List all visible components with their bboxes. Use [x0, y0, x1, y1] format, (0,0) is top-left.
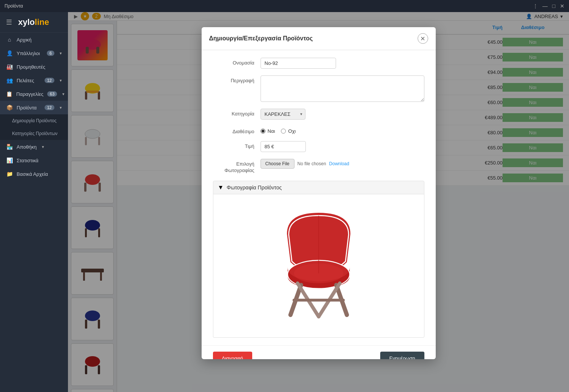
products-icon: 📦 — [6, 105, 13, 111]
logo-text: xyloline — [18, 17, 49, 27]
titlebar-left: Προϊόντα — [5, 3, 23, 9]
sidebar-label-statistics: Στατιστικά — [17, 158, 39, 163]
titlebar: Προϊόντα ⋮ — □ ✕ — [0, 0, 569, 12]
chair-image-svg — [266, 205, 372, 326]
close-icon[interactable]: ✕ — [560, 3, 564, 9]
products-badge: 12 — [45, 105, 54, 110]
sidebar: ☰ xyloline ⌂ Αρχική 👤 Υπάλληλοι 6 ▾ 🏭 Πρ… — [0, 12, 68, 392]
category-select-wrapper: ΚΑΡΕΚΛΕΣ ΤΡΑΠΕΖΙΑ ΚΑΝΑΠΕΔΕΣ ▾ — [261, 109, 305, 120]
app-title: Προϊόντα — [5, 3, 23, 9]
sidebar-label-archives: Βασικά Αρχεία — [17, 171, 48, 177]
sidebar-item-home[interactable]: ⌂ Αρχική — [0, 33, 68, 46]
radio-yes-label[interactable]: Ναι — [261, 128, 275, 134]
suppliers-icon: 🏭 — [6, 64, 13, 70]
orders-icon: 📋 — [6, 91, 12, 97]
sidebar-item-warehouse[interactable]: 🏪 Αποθήκη ▾ — [0, 140, 68, 154]
sidebar-label-customers: Πελάτες — [17, 78, 34, 83]
minimize-icon[interactable]: — — [543, 3, 548, 9]
modal-overlay: Δημιουργία/Επεξεργασία Προϊόντος ✕ Ονομα… — [68, 12, 569, 392]
photo-section: ▼ Φωτογραφία Προϊόντος — [213, 181, 424, 338]
modal-title: Δημιουργία/Επεξεργασία Προϊόντος — [209, 35, 313, 42]
customers-icon: 👥 — [6, 77, 13, 83]
choose-file-button[interactable]: Choose File — [261, 159, 295, 169]
radio-yes-text: Ναι — [268, 128, 275, 134]
radio-yes-input[interactable] — [261, 129, 265, 134]
form-row-file: Επιλογή Φωτογραφίας Choose File No file … — [213, 159, 424, 174]
customers-badge: 12 — [45, 78, 54, 83]
sidebar-label-orders: Παραγγελίες — [16, 91, 43, 97]
photo-body — [213, 194, 424, 338]
price-label: Τιμή — [213, 141, 254, 149]
description-textarea[interactable] — [261, 75, 424, 102]
sidebar-label-home: Αρχική — [17, 37, 32, 43]
maximize-icon[interactable]: □ — [552, 3, 555, 9]
available-radio-group: Ναι Οχι — [261, 126, 296, 134]
form-row-description: Περιγραφή — [213, 75, 424, 102]
customers-arrow: ▾ — [60, 78, 62, 83]
modal-header: Δημιουργία/Επεξεργασία Προϊόντος ✕ — [202, 27, 436, 50]
create-product-label: Δημιουργία Προϊόντος — [12, 118, 57, 123]
sidebar-item-employees[interactable]: 👤 Υπάλληλοι 6 ▾ — [0, 46, 68, 60]
price-input[interactable] — [261, 141, 306, 152]
warehouse-icon: 🏪 — [6, 144, 13, 150]
employees-badge: 6 — [47, 51, 54, 56]
radio-no-text: Οχι — [288, 128, 296, 134]
radio-no-input[interactable] — [281, 129, 286, 134]
sidebar-item-orders[interactable]: 📋 Παραγγελίες 63 ▾ — [0, 87, 68, 101]
category-select[interactable]: ΚΑΡΕΚΛΕΣ ΤΡΑΠΕΖΙΑ ΚΑΝΑΠΕΔΕΣ — [261, 109, 305, 120]
sidebar-item-customers[interactable]: 👥 Πελάτες 12 ▾ — [0, 74, 68, 87]
archives-icon: 📁 — [6, 171, 13, 177]
name-label: Ονομασία — [213, 58, 254, 66]
modal-body: Ονομασία Περιγραφή Κατηγορία ΚΑΡΕΚΛΕΣ — [202, 50, 436, 345]
photo-header-label: Φωτογραφία Προϊόντος — [227, 184, 282, 191]
sidebar-item-suppliers[interactable]: 🏭 Προμηθευτές — [0, 60, 68, 74]
form-row-available: Διαθέσιμο Ναι Οχι — [213, 126, 424, 134]
home-icon: ⌂ — [6, 37, 13, 43]
modal: Δημιουργία/Επεξεργασία Προϊόντος ✕ Ονομα… — [202, 27, 436, 359]
modal-close-button[interactable]: ✕ — [418, 33, 428, 44]
sidebar-label-warehouse: Αποθήκη — [17, 144, 37, 150]
photo-header[interactable]: ▼ Φωτογραφία Προϊόντος — [213, 181, 424, 194]
form-row-category: Κατηγορία ΚΑΡΕΚΛΕΣ ΤΡΑΠΕΖΙΑ ΚΑΝΑΠΕΔΕΣ ▾ — [213, 109, 424, 120]
form-row-price: Τιμή — [213, 141, 424, 152]
modal-footer: Διαγραφή Ενημέρωση — [202, 345, 436, 359]
sidebar-logo: ☰ xyloline — [0, 12, 68, 33]
sidebar-item-archives[interactable]: 📁 Βασικά Αρχεία — [0, 167, 68, 181]
name-input[interactable] — [261, 58, 336, 69]
sidebar-label-suppliers: Προμηθευτές — [17, 64, 45, 70]
delete-button[interactable]: Διαγραφή — [213, 352, 252, 359]
content-area: ▶ ★ 2 Μη Διαθέσιμο 👤 ANDREAS ▾ — [68, 12, 569, 392]
sidebar-item-statistics[interactable]: 📊 Στατιστικά — [0, 154, 68, 167]
employees-arrow: ▾ — [60, 51, 62, 56]
sidebar-submenu-products: Δημιουργία Προϊόντος Κατηγορίες Προϊόντω… — [0, 114, 68, 140]
form-row-name: Ονομασία — [213, 58, 424, 69]
sidebar-item-products[interactable]: 📦 Προϊόντα 12 ▾ — [0, 101, 68, 114]
category-label: Κατηγορία — [213, 109, 254, 117]
update-button[interactable]: Ενημέρωση — [380, 352, 424, 359]
available-label: Διαθέσιμο — [213, 126, 254, 134]
warehouse-arrow: ▾ — [42, 145, 44, 149]
radio-no-label[interactable]: Οχι — [281, 128, 296, 134]
orders-badge: 63 — [47, 91, 57, 97]
orders-arrow: ▾ — [62, 92, 65, 97]
photo-collapse-icon: ▼ — [218, 184, 224, 191]
menu-icon[interactable]: ⋮ — [533, 3, 538, 9]
titlebar-controls[interactable]: ⋮ — □ ✕ — [533, 3, 564, 9]
sidebar-item-create-product[interactable]: Δημιουργία Προϊόντος — [0, 114, 68, 127]
description-label: Περιγραφή — [213, 75, 254, 83]
products-arrow: ▾ — [60, 105, 62, 110]
sidebar-label-products: Προϊόντα — [17, 105, 37, 111]
product-categories-label: Κατηγορίες Προϊόντων — [12, 131, 57, 136]
sidebar-label-employees: Υπάλληλοι — [17, 51, 40, 56]
hamburger-icon[interactable]: ☰ — [6, 18, 12, 26]
no-file-text: No file chosen — [298, 161, 326, 166]
file-row: Choose File No file chosen Download — [261, 159, 349, 169]
statistics-icon: 📊 — [6, 157, 13, 163]
employees-icon: 👤 — [6, 50, 13, 56]
download-link[interactable]: Download — [329, 161, 349, 166]
file-label: Επιλογή Φωτογραφίας — [213, 159, 254, 174]
sidebar-item-product-categories[interactable]: Κατηγορίες Προϊόντων — [0, 127, 68, 140]
